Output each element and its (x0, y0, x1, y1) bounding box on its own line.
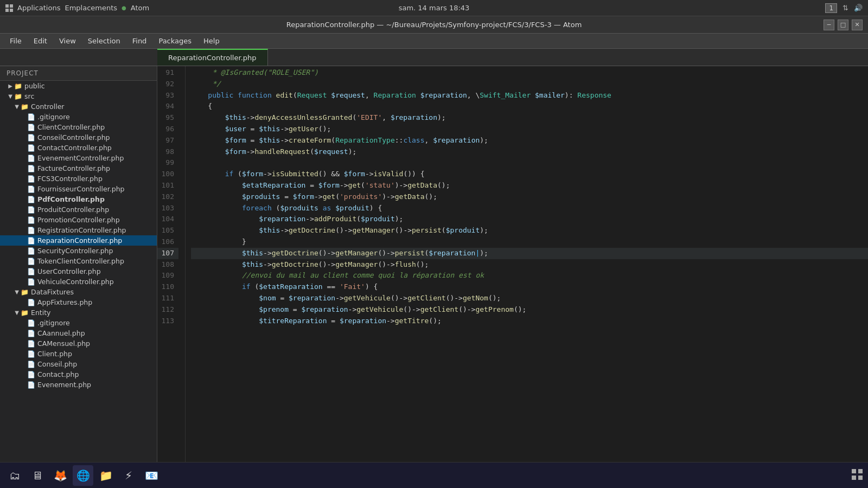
taskbar-terminal-icon[interactable]: 🖥 (27, 465, 48, 486)
system-atom[interactable]: Atom (131, 4, 149, 12)
sidebar-item-appfixtures[interactable]: 📄 AppFixtures.php (0, 297, 157, 307)
tab-reparation-controller[interactable]: ReparationController.php (157, 49, 268, 66)
sidebar-item-security-controller[interactable]: 📄 SecurityController.php (0, 246, 157, 256)
system-badge: 1 (825, 3, 837, 13)
file-icon: 📄 (27, 237, 35, 245)
sidebar-label: FCS3Controller.php (37, 175, 103, 183)
file-icon: 📄 (27, 268, 35, 275)
arrow-icon: ▼ (13, 289, 21, 295)
arrow-icon: ▶ (7, 83, 14, 89)
taskbar-editor-icon[interactable]: ⚡ (118, 465, 139, 486)
sidebar-item-public[interactable]: ▶ 📁 public (0, 81, 157, 91)
close-button[interactable]: ✕ (852, 20, 863, 30)
sidebar-item-promotion-controller[interactable]: 📄 PromotionController.php (0, 215, 157, 225)
sidebar-item-produit-controller[interactable]: 📄 ProduitController.php (0, 204, 157, 215)
sidebar-label: .gitignore (37, 319, 70, 327)
sidebar-label: VehiculeController.php (37, 278, 114, 286)
taskbar-browser-icon[interactable]: 🌐 (73, 465, 93, 486)
code-line-94: { (191, 101, 868, 112)
file-icon: 📄 (27, 124, 35, 131)
sidebar-item-client[interactable]: 📄 Client.php (0, 349, 157, 359)
menu-help[interactable]: Help (198, 36, 225, 46)
file-icon: 📄 (27, 196, 35, 203)
file-icon: 📄 (27, 155, 35, 162)
sidebar-item-src[interactable]: ▼ 📁 src (0, 91, 157, 101)
sidebar-item-contact-controller[interactable]: 📄 ContactController.php (0, 143, 157, 153)
svg-rect-1 (858, 469, 863, 473)
sidebar-label: RegistrationController.php (37, 226, 126, 234)
sidebar-label: Conseil.php (37, 360, 77, 368)
maximize-button[interactable]: □ (838, 20, 848, 30)
file-icon: 📄 (27, 340, 35, 348)
file-icon: 📄 (27, 134, 35, 142)
code-line-106: } (191, 236, 868, 248)
file-icon: 📄 (27, 361, 35, 368)
code-lines[interactable]: * @IsGranted("ROLE_USER") */ public func… (186, 66, 868, 473)
code-line-96: $user = $this->getUser(); (191, 124, 868, 135)
menu-edit[interactable]: Edit (28, 36, 53, 46)
sidebar-item-fcs3-controller[interactable]: 📄 FCS3Controller.php (0, 174, 157, 184)
menu-view[interactable]: View (54, 36, 81, 46)
sidebar-item-caannuel[interactable]: 📄 CAannuel.php (0, 328, 157, 338)
sidebar-label: DataFixtures (31, 288, 74, 296)
sidebar-item-token-controller[interactable]: 📄 TokenClientController.php (0, 256, 157, 266)
system-applications[interactable]: Applications (17, 4, 60, 12)
folder-icon: 📁 (21, 103, 29, 111)
sidebar-item-entity[interactable]: ▼ 📁 Entity (0, 307, 157, 318)
sidebar-item-datafixtures[interactable]: ▼ 📁 DataFixtures (0, 287, 157, 297)
code-line-97: $form = $this->createForm(ReparationType… (191, 135, 868, 146)
menu-packages[interactable]: Packages (153, 36, 197, 46)
menu-selection[interactable]: Selection (82, 36, 126, 46)
system-emplacements[interactable]: Emplacements (65, 4, 117, 12)
sidebar-label: ContactController.php (37, 144, 112, 152)
sidebar-label: AppFixtures.php (37, 298, 92, 306)
sidebar-item-contact[interactable]: 📄 Contact.php (0, 369, 157, 380)
arrow-icon: ▼ (13, 104, 21, 110)
sidebar-item-evenement-controller[interactable]: 📄 EvenementController.php (0, 153, 157, 163)
folder-icon: 📁 (21, 288, 29, 296)
file-icon: 📄 (27, 185, 35, 193)
sidebar-label: public (24, 82, 45, 90)
sidebar-label: SecurityController.php (37, 247, 113, 255)
sidebar-item-user-controller[interactable]: 📄 UserController.php (0, 266, 157, 277)
sidebar-label: CAannuel.php (37, 329, 85, 337)
code-line-110: if ($etatReparation == 'Fait') { (191, 281, 868, 293)
sidebar-label: UserController.php (37, 267, 101, 275)
grid-icon[interactable] (5, 4, 13, 12)
menu-file[interactable]: File (4, 36, 27, 46)
sidebar-item-client-controller[interactable]: 📄 ClientController.php (0, 122, 157, 132)
taskbar-mail-icon[interactable]: 📧 (141, 465, 162, 486)
sidebar-item-vehicule-controller[interactable]: 📄 VehiculeController.php (0, 277, 157, 287)
sidebar-item-gitignore[interactable]: 📄 .gitignore (0, 112, 157, 122)
sidebar-label: ClientController.php (37, 123, 105, 131)
taskbar-files-icon[interactable]: 🗂 (4, 465, 25, 486)
menu-bar: File Edit View Selection Find Packages H… (0, 34, 868, 49)
sidebar-item-evenement[interactable]: 📄 Evenement.php (0, 380, 157, 390)
code-line-92: */ (191, 79, 868, 90)
file-icon: 📄 (27, 278, 35, 286)
sys-icon-1: ⇅ (843, 4, 848, 12)
taskbar-folder-icon[interactable]: 📁 (95, 465, 116, 486)
file-icon: 📄 (27, 299, 35, 306)
sidebar-item-reparation-controller[interactable]: 📄 ReparationController.php (0, 235, 157, 246)
sidebar-item-conseil[interactable]: 📄 Conseil.php (0, 359, 157, 369)
sidebar-item-pdf-controller[interactable]: 📄 PdfController.php (0, 194, 157, 204)
sidebar-item-fournisseur-controller[interactable]: 📄 FournisseurController.php (0, 184, 157, 194)
menu-find[interactable]: Find (127, 36, 152, 46)
sidebar-item-camensuel[interactable]: 📄 CAMensuel.php (0, 338, 157, 349)
main-layout: Project ▶ 📁 public ▼ 📁 src ▼ 📁 Controlle… (0, 66, 868, 473)
sidebar-item-entity-gitignore[interactable]: 📄 .gitignore (0, 318, 157, 328)
title-bar: ReparationController.php — ~/Bureau/Proj… (0, 16, 868, 34)
sidebar-item-conseil-controller[interactable]: 📄 ConseilController.php (0, 132, 157, 143)
sidebar-title: Project (0, 66, 157, 81)
file-icon: 📄 (27, 350, 35, 358)
sidebar-item-controller[interactable]: ▼ 📁 Controller (0, 101, 157, 112)
taskbar-grid-icon[interactable] (851, 468, 864, 483)
minimize-button[interactable]: ─ (824, 20, 834, 30)
code-line-98: $form->handleRequest($request); (191, 146, 868, 158)
code-editor[interactable]: 91 92 93 94 95 96 97 98 99 100 101 102 1… (157, 66, 868, 473)
sidebar-item-registration-controller[interactable]: 📄 RegistrationController.php (0, 225, 157, 235)
code-line-100: if ($form->isSubmitted() && $form->isVal… (191, 169, 868, 180)
sidebar-item-facture-controller[interactable]: 📄 FactureController.php (0, 163, 157, 174)
taskbar-firefox-icon[interactable]: 🦊 (50, 465, 71, 486)
